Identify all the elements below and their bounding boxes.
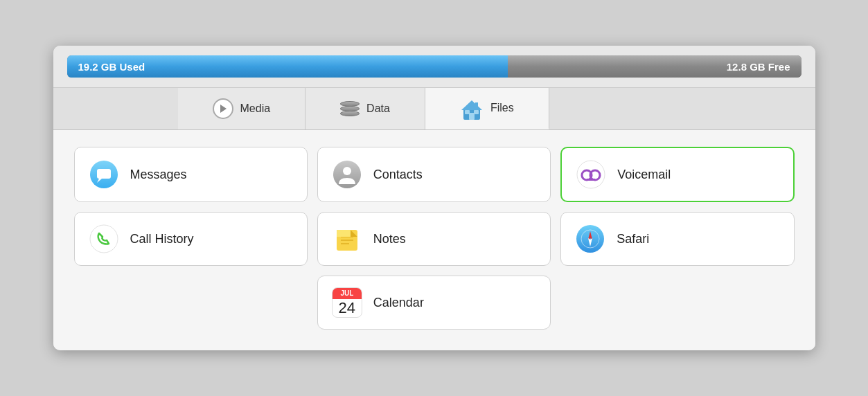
notes-icon [332, 224, 362, 254]
safari-button[interactable]: Safari [560, 212, 794, 266]
play-icon [213, 98, 233, 119]
calendar-label: Calendar [373, 296, 424, 310]
svg-point-10 [343, 167, 351, 175]
calendar-icon: JUL 24 [332, 287, 362, 318]
messages-label: Messages [130, 168, 187, 182]
callhistory-icon [89, 224, 119, 254]
tab-media-label: Media [240, 102, 271, 115]
messages-icon [89, 159, 119, 190]
svg-rect-2 [469, 113, 475, 120]
content-area: Messages [53, 130, 815, 350]
messages-button[interactable]: Messages [74, 147, 308, 202]
tab-files-label: Files [490, 102, 514, 114]
contacts-button[interactable]: Contacts [317, 147, 551, 202]
tab-files[interactable]: Files [425, 88, 549, 129]
tab-media[interactable]: Media [178, 88, 306, 129]
calendar-month: JUL [333, 288, 362, 299]
calendar-button[interactable]: JUL 24 Calendar [317, 276, 551, 330]
svg-rect-7 [97, 169, 111, 179]
contacts-label: Contacts [373, 168, 423, 182]
tab-data-label: Data [366, 102, 390, 115]
storage-free-label: 12.8 GB Free [727, 61, 790, 73]
tab-data[interactable]: Data [305, 88, 425, 129]
voicemail-button[interactable]: Voicemail [560, 147, 794, 202]
calendar-day: 24 [333, 299, 362, 317]
svg-point-15 [90, 225, 118, 253]
storage-free: 12.8 GB Free [508, 55, 801, 78]
main-window: 19.2 GB Used 12.8 GB Free Media Data [53, 46, 815, 350]
notes-label: Notes [373, 232, 406, 246]
files-icon [460, 98, 484, 118]
contacts-icon [332, 159, 362, 190]
callhistory-label: Call History [130, 232, 194, 246]
svg-rect-3 [465, 110, 470, 114]
svg-rect-14 [587, 179, 595, 181]
tab-bar: Media Data [53, 88, 815, 130]
voicemail-label: Voicemail [617, 168, 671, 182]
notes-button[interactable]: Notes [317, 212, 551, 266]
svg-marker-1 [461, 100, 482, 110]
storage-used-label: 19.2 GB Used [78, 61, 145, 73]
safari-icon [575, 224, 605, 254]
svg-point-22 [576, 225, 604, 253]
voicemail-icon [576, 159, 606, 190]
database-icon [340, 101, 360, 116]
storage-used: 19.2 GB Used [67, 55, 508, 78]
svg-rect-4 [474, 110, 479, 114]
storage-bar: 19.2 GB Used 12.8 GB Free [67, 55, 801, 78]
storage-section: 19.2 GB Used 12.8 GB Free [53, 46, 815, 88]
app-grid: Messages [74, 147, 795, 330]
svg-rect-5 [475, 102, 478, 108]
callhistory-button[interactable]: Call History [74, 212, 308, 266]
safari-label: Safari [617, 232, 649, 246]
